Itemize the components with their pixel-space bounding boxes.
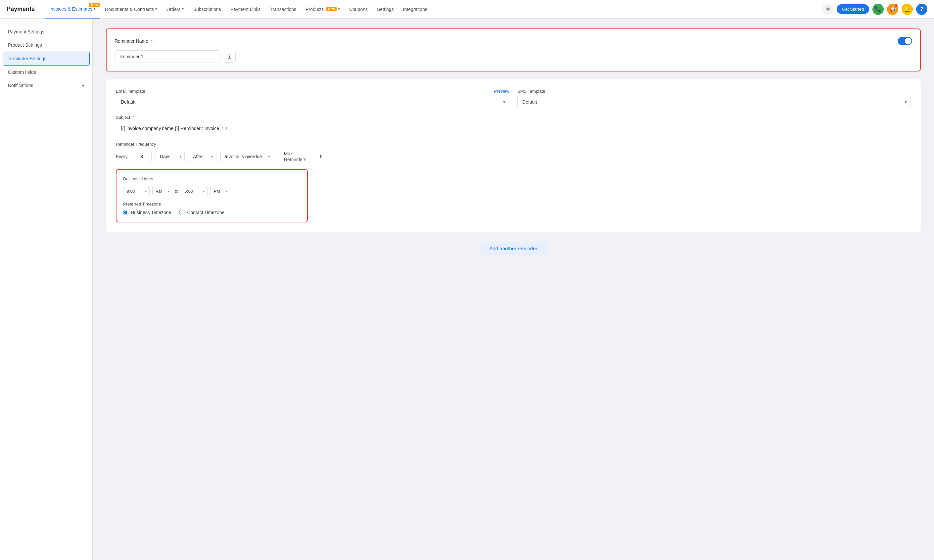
- frequency-section: Reminder Frequency Every Days Weeks Mont…: [116, 142, 911, 163]
- start-period-select-wrapper: AM PM: [152, 186, 172, 196]
- sidebar-item-product-settings-label: Product Settings: [8, 42, 42, 48]
- nav-right: ✉ Get Started 📞 📢 🔔 ?: [822, 4, 927, 15]
- help-icon[interactable]: ?: [916, 4, 927, 15]
- get-started-button[interactable]: Get Started: [837, 4, 869, 14]
- period-select[interactable]: Days Weeks Months: [155, 151, 185, 162]
- business-timezone-text: Business Timezone: [131, 210, 171, 215]
- nav-invoices-badge: New: [89, 3, 100, 7]
- max-reminders-group: Max Reminders: [284, 151, 333, 163]
- nav-payment-links[interactable]: Payment Links: [226, 0, 265, 18]
- frequency-label: Reminder Frequency: [116, 142, 911, 147]
- nav-documents-chevron: ▾: [155, 7, 157, 11]
- nav-orders[interactable]: Orders ▾: [162, 0, 189, 18]
- nav-transactions-label: Transactions: [270, 7, 297, 12]
- start-period-select[interactable]: AM PM: [152, 186, 172, 196]
- reminder-header: Reminder Name *: [114, 37, 912, 45]
- sidebar-item-custom-fields[interactable]: Custom fields: [0, 66, 92, 79]
- sms-template-label: SMS Template: [517, 89, 911, 94]
- sidebar-item-custom-fields-label: Custom fields: [8, 69, 36, 75]
- layout: Payment Settings Product Settings Remind…: [0, 18, 934, 560]
- add-another-reminder-button[interactable]: Add another reminder: [480, 242, 546, 255]
- hours-row: 9:00 AM PM to 5:00: [123, 186, 300, 196]
- sidebar-item-payment-settings[interactable]: Payment Settings: [0, 25, 92, 38]
- business-hours-title: Business Hours: [123, 176, 300, 182]
- nav-integrations[interactable]: Integrations: [399, 0, 432, 18]
- frequency-row: Every Days Weeks Months After Before: [116, 151, 911, 163]
- nav-settings[interactable]: Settings: [372, 0, 399, 18]
- email-template-label: Email Template Preview: [116, 89, 509, 94]
- end-period-select[interactable]: AM PM: [210, 186, 230, 196]
- nav-coupons-label: Coupons: [349, 7, 368, 12]
- reminder-name-card: Reminder Name * 🗑: [106, 28, 921, 71]
- nav-invoices-chevron: ▾: [94, 7, 95, 11]
- phone-icon[interactable]: 📞: [872, 4, 884, 15]
- sms-template-select-wrapper: Default: [517, 95, 911, 108]
- reminder-name-label: Reminder Name *: [114, 38, 152, 44]
- subject-input-wrapper[interactable]: [{{ invoice.company.name }}] Reminder : …: [116, 122, 232, 135]
- subject-label: Subject *: [116, 115, 911, 120]
- reminder-toggle[interactable]: [898, 37, 912, 45]
- megaphone-icon[interactable]: 📢: [887, 4, 898, 15]
- trash-icon: 🗑: [227, 54, 232, 60]
- preview-link[interactable]: Preview: [494, 89, 509, 94]
- max-reminders-input[interactable]: [310, 151, 333, 162]
- after-select[interactable]: After Before: [189, 151, 217, 162]
- start-time-select-wrapper: 9:00: [123, 186, 149, 196]
- end-period-select-wrapper: AM PM: [210, 186, 230, 196]
- frequency-every-input[interactable]: [132, 151, 152, 162]
- start-time-select[interactable]: 9:00: [123, 186, 149, 196]
- condition-select-wrapper: Invoice is overdue Invoice due date: [220, 151, 273, 162]
- nav-documents[interactable]: Documents & Contracts ▾: [100, 0, 162, 18]
- sidebar-item-reminder-settings[interactable]: Reminder Settings: [3, 52, 90, 66]
- nav-integrations-label: Integrations: [403, 7, 427, 12]
- business-timezone-radio[interactable]: [123, 210, 128, 215]
- required-star: *: [151, 38, 152, 44]
- nav-invoices-label: Invoices & Estimates: [49, 6, 92, 12]
- to-label: to: [175, 189, 178, 194]
- end-time-select[interactable]: 5:00: [181, 186, 208, 196]
- nav-items: Invoices & Estimates New ▾ Documents & C…: [45, 0, 822, 18]
- template-section: Email Template Preview Default SMS Templ…: [106, 79, 921, 232]
- email-template-select[interactable]: Default: [116, 95, 509, 108]
- nav-transactions[interactable]: Transactions: [265, 0, 301, 18]
- sms-template-group: SMS Template Default: [517, 89, 911, 108]
- contact-timezone-label[interactable]: Contact Timezone: [179, 210, 225, 215]
- sidebar-item-notifications[interactable]: Notifications ▾: [0, 79, 92, 92]
- contact-timezone-text: Contact Timezone: [187, 210, 225, 215]
- sms-template-select[interactable]: Default: [517, 95, 911, 108]
- nav-products[interactable]: Products New ▾: [301, 0, 345, 18]
- email-template-select-wrapper: Default: [116, 95, 509, 108]
- nav-documents-label: Documents & Contracts: [105, 7, 154, 12]
- nav-invoices-estimates[interactable]: Invoices & Estimates New ▾: [45, 0, 100, 18]
- email-template-group: Email Template Preview Default: [116, 89, 509, 108]
- main-content: Reminder Name * 🗑 Email Template Preview: [93, 18, 934, 560]
- subject-group: Subject * [{{ invoice.company.name }}] R…: [116, 115, 911, 135]
- sidebar-item-reminder-settings-label: Reminder Settings: [8, 56, 46, 61]
- reminder-name-input[interactable]: [114, 50, 220, 63]
- contact-timezone-radio[interactable]: [179, 210, 185, 215]
- condition-select[interactable]: Invoice is overdue Invoice due date: [220, 151, 273, 162]
- subject-value: [{{ invoice.company.name }}] Reminder : …: [121, 126, 219, 131]
- after-select-wrapper: After Before: [189, 151, 217, 162]
- bell-icon[interactable]: 🔔: [902, 4, 913, 15]
- end-time-select-wrapper: 5:00: [181, 186, 208, 196]
- template-row: Email Template Preview Default SMS Templ…: [116, 89, 911, 108]
- business-timezone-label[interactable]: Business Timezone: [123, 210, 171, 215]
- nav-orders-chevron: ▾: [182, 7, 184, 11]
- subject-required-star: *: [133, 115, 134, 120]
- sidebar-item-product-settings[interactable]: Product Settings: [0, 38, 92, 52]
- brand-title: Payments: [7, 6, 35, 12]
- notification-dot: [895, 4, 898, 7]
- business-hours-box: Business Hours 9:00 AM PM to: [116, 169, 308, 222]
- email-icon[interactable]: ✉: [822, 4, 833, 15]
- reminder-name-row: 🗑: [114, 50, 912, 63]
- delete-reminder-button[interactable]: 🗑: [224, 51, 235, 63]
- nav-orders-label: Orders: [166, 7, 181, 12]
- nav-products-badge: New: [326, 7, 337, 11]
- add-reminder-section: Add another reminder: [106, 242, 921, 255]
- timezone-section: Preferred Timezone Business Timezone Con…: [123, 202, 300, 215]
- nav-payment-links-label: Payment Links: [230, 7, 261, 12]
- nav-subscriptions[interactable]: Subscriptions: [189, 0, 226, 18]
- nav-products-label: Products: [306, 7, 324, 12]
- nav-coupons[interactable]: Coupons: [345, 0, 372, 18]
